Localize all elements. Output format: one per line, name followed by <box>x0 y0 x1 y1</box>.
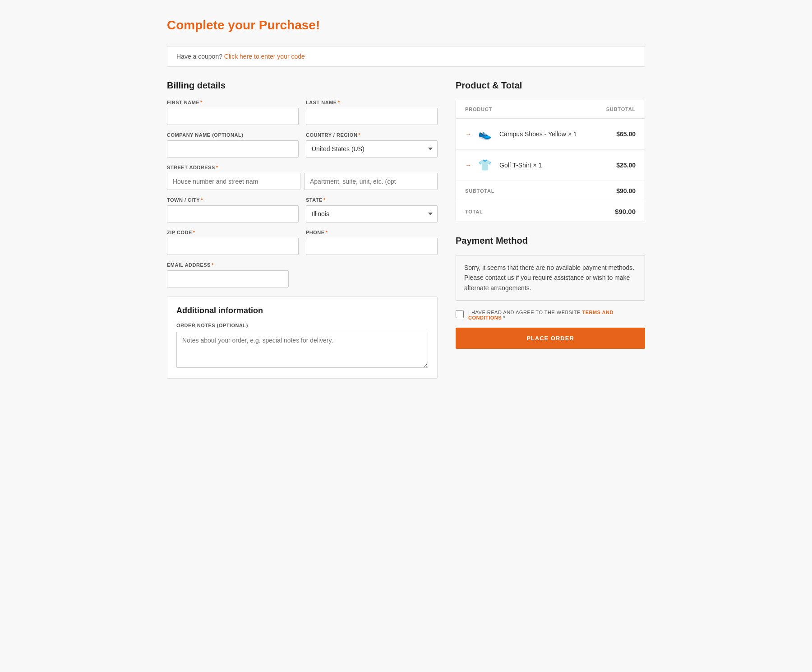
state-label: STATE* <box>306 197 438 203</box>
table-row: → 👟 Campus Shoes - Yellow × 1 $65.00 <box>456 119 645 150</box>
company-name-input[interactable] <box>167 140 299 158</box>
first-name-group: FIRST NAME* <box>167 100 299 125</box>
product-name-2: Golf T-Shirt × 1 <box>499 162 616 169</box>
right-column: Product & Total PRODUCT SUBTOTAL → 👟 Cam… <box>456 80 645 349</box>
subtotal-value: $90.00 <box>616 187 636 195</box>
zip-label: ZIP CODE* <box>167 230 299 235</box>
last-name-input[interactable] <box>306 108 438 125</box>
billing-title: Billing details <box>167 80 438 91</box>
email-input[interactable] <box>167 270 289 287</box>
total-value: $90.00 <box>615 208 636 215</box>
additional-info-title: Additional information <box>176 306 428 315</box>
product-thumb-2: 👕 <box>476 156 494 174</box>
total-row: TOTAL $90.00 <box>456 201 645 222</box>
state-select[interactable]: Illinois <box>306 205 438 222</box>
town-group: TOWN / CITY* <box>167 197 299 222</box>
email-group: EMAIL ADDRESS* <box>167 262 289 287</box>
email-row: EMAIL ADDRESS* <box>167 262 438 287</box>
col-product-label: PRODUCT <box>465 107 492 112</box>
phone-input[interactable] <box>306 238 438 255</box>
arrow-icon-2: → <box>465 162 471 169</box>
last-name-group: LAST NAME* <box>306 100 438 125</box>
arrow-icon-1: → <box>465 130 471 138</box>
country-group: COUNTRY / REGION* United States (US) <box>306 132 438 158</box>
billing-section: Billing details FIRST NAME* LAST NAME* <box>167 80 438 379</box>
order-notes-textarea[interactable] <box>176 332 428 368</box>
terms-checkbox[interactable] <box>456 310 464 318</box>
email-label: EMAIL ADDRESS* <box>167 262 289 268</box>
town-label: TOWN / CITY* <box>167 197 299 203</box>
town-state-row: TOWN / CITY* STATE* Illinois <box>167 197 438 222</box>
table-row: → 👕 Golf T-Shirt × 1 $25.00 <box>456 150 645 181</box>
product-total-title: Product & Total <box>456 80 645 91</box>
zip-phone-row: ZIP CODE* PHONE* <box>167 230 438 255</box>
street-row: STREET ADDRESS* <box>167 165 438 190</box>
table-header: PRODUCT SUBTOTAL <box>456 100 645 119</box>
country-select[interactable]: United States (US) <box>306 140 438 158</box>
order-notes-label: ORDER NOTES (OPTIONAL) <box>176 323 428 328</box>
page-title: Complete your Purchase! <box>167 18 645 32</box>
zip-input[interactable] <box>167 238 299 255</box>
phone-group: PHONE* <box>306 230 438 255</box>
company-name-group: COMPANY NAME (OPTIONAL) <box>167 132 299 158</box>
place-order-button[interactable]: PLACE ORDER <box>456 328 645 349</box>
town-input[interactable] <box>167 205 299 222</box>
additional-info-box: Additional information ORDER NOTES (OPTI… <box>167 297 438 379</box>
name-row: FIRST NAME* LAST NAME* <box>167 100 438 125</box>
zip-group: ZIP CODE* <box>167 230 299 255</box>
first-name-input[interactable] <box>167 108 299 125</box>
col-subtotal-label: SUBTOTAL <box>606 107 636 112</box>
payment-notice: Sorry, it seems that there are no availa… <box>456 255 645 301</box>
subtotal-row: SUBTOTAL $90.00 <box>456 181 645 201</box>
country-label: COUNTRY / REGION* <box>306 132 438 138</box>
company-name-label: COMPANY NAME (OPTIONAL) <box>167 132 299 138</box>
product-price-2: $25.00 <box>616 162 636 169</box>
coupon-bar: Have a coupon? Click here to enter your … <box>167 46 645 67</box>
payment-method-section: Payment Method Sorry, it seems that ther… <box>456 236 645 349</box>
product-thumb-1: 👟 <box>476 125 494 143</box>
product-price-1: $65.00 <box>616 130 636 138</box>
last-name-label: LAST NAME* <box>306 100 438 105</box>
product-name-1: Campus Shoes - Yellow × 1 <box>499 130 616 138</box>
subtotal-label: SUBTOTAL <box>465 188 494 194</box>
first-name-label: FIRST NAME* <box>167 100 299 105</box>
terms-row: I HAVE READ AND AGREE TO THE WEBSITE TER… <box>456 310 645 320</box>
street-address-label: STREET ADDRESS* <box>167 165 438 170</box>
total-label: TOTAL <box>465 209 483 214</box>
phone-label: PHONE* <box>306 230 438 235</box>
street-address-group: STREET ADDRESS* <box>167 165 438 190</box>
street-address-input-1[interactable] <box>167 173 300 190</box>
product-total-box: PRODUCT SUBTOTAL → 👟 Campus Shoes - Yell… <box>456 100 645 222</box>
coupon-link[interactable]: Click here to enter your code <box>224 53 305 60</box>
company-country-row: COMPANY NAME (OPTIONAL) COUNTRY / REGION… <box>167 132 438 158</box>
street-address-input-2[interactable] <box>304 173 438 190</box>
state-group: STATE* Illinois <box>306 197 438 222</box>
payment-method-title: Payment Method <box>456 236 645 246</box>
